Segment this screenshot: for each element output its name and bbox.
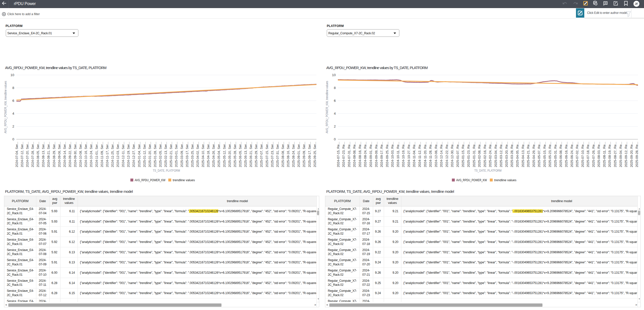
svg-text:2025-07-23, Ser...: 2025-07-23, Ser... [271, 142, 274, 167]
svg-text:2025-05-28, Ser...: 2025-05-28, Ser... [233, 142, 237, 167]
svg-text:2025-04-10, Ser...: 2025-04-10, Ser... [201, 142, 205, 167]
svg-text:2024-11-09, Ser...: 2024-11-09, Ser... [100, 142, 104, 167]
svg-text:2025-08-27, Re...: 2025-08-27, Re... [614, 142, 617, 167]
svg-text:2024-12-30, Re...: 2024-12-30, Re... [450, 142, 454, 167]
svg-text:AVG_RPDU_POWER_KW, trendline v: AVG_RPDU_POWER_KW, trendline values [4, 81, 7, 133]
svg-text:2025-04-21, Re...: 2025-04-21, Re... [527, 142, 530, 167]
svg-text:2024-11-28, Re...: 2024-11-28, Re... [429, 142, 432, 167]
svg-text:2025-05-07, Re...: 2025-05-07, Re... [537, 142, 541, 167]
svg-text:2024-09-30, Ser...: 2024-09-30, Ser... [74, 142, 77, 167]
svg-text:AVG_RPDU_POWER_KW: AVG_RPDU_POWER_KW [135, 178, 166, 182]
svg-text:2025-04-05, Re...: 2025-04-05, Re... [516, 142, 519, 167]
svg-text:2025-02-16, Re...: 2025-02-16, Re... [483, 142, 487, 167]
svg-text:2024-11-01, Ser...: 2024-11-01, Ser... [95, 142, 99, 167]
svg-text:2024-08-24, Re...: 2024-08-24, Re... [364, 142, 367, 167]
svg-text:2024-12-22, Re...: 2024-12-22, Re... [445, 142, 449, 167]
svg-text:2025-08-19, Re...: 2025-08-19, Re... [608, 142, 611, 167]
svg-text:4: 4 [334, 112, 336, 115]
svg-text:TS_DATE, PLATFORM: TS_DATE, PLATFORM [474, 169, 502, 172]
svg-text:2025-01-28, Ser...: 2025-01-28, Ser... [153, 142, 157, 167]
svg-text:8: 8 [12, 86, 14, 90]
svg-text:2024-11-17, Ser...: 2024-11-17, Ser... [106, 142, 109, 167]
svg-text:2025-06-13, Ser...: 2025-06-13, Ser... [244, 142, 247, 167]
svg-text:2025-01-04, Ser...: 2025-01-04, Ser... [138, 142, 141, 167]
svg-text:2024-08-13, Ser...: 2024-08-13, Ser... [42, 142, 45, 167]
svg-text:2025-04-02, Ser...: 2025-04-02, Ser... [196, 142, 200, 167]
svg-text:2024-09-25, Re...: 2024-09-25, Re... [385, 142, 389, 167]
svg-text:2025-05-15, Re...: 2025-05-15, Re... [543, 142, 546, 167]
svg-text:2025-01-31, Re...: 2025-01-31, Re... [472, 142, 476, 167]
svg-text:2025-02-24, Re...: 2025-02-24, Re... [489, 142, 492, 167]
svg-text:2024-07-31, Re...: 2024-07-31, Re... [347, 142, 351, 167]
svg-text:10: 10 [10, 73, 14, 77]
svg-text:2024-08-05, Ser...: 2024-08-05, Ser... [36, 142, 40, 167]
svg-text:0: 0 [334, 137, 336, 141]
svg-text:2024-12-14, Re...: 2024-12-14, Re... [440, 142, 443, 167]
svg-text:0: 0 [12, 137, 14, 141]
svg-text:2025-02-21, Ser...: 2025-02-21, Ser... [169, 142, 173, 167]
svg-text:4: 4 [12, 112, 14, 115]
svg-text:2024-11-12, Re...: 2024-11-12, Re... [418, 142, 422, 167]
svg-text:2024-11-04, Re...: 2024-11-04, Re... [412, 142, 416, 167]
svg-text:2025-08-24, Ser...: 2025-08-24, Ser... [292, 142, 295, 167]
svg-text:2025-06-29, Ser...: 2025-06-29, Ser... [254, 142, 258, 167]
svg-text:trendline values: trendline values [173, 178, 195, 182]
svg-text:2024-09-06, Ser...: 2024-09-06, Ser... [58, 142, 61, 167]
svg-text:2025-05-12, Ser...: 2025-05-12, Ser... [223, 142, 226, 167]
svg-text:2025-03-17, Ser...: 2025-03-17, Ser... [185, 142, 189, 167]
svg-text:2025-01-15, Re...: 2025-01-15, Re... [461, 142, 465, 167]
svg-text:2025-01-20, Ser...: 2025-01-20, Ser... [148, 142, 152, 167]
svg-text:2024-10-08, Ser...: 2024-10-08, Ser... [79, 142, 82, 167]
svg-text:2025-07-15, Ser...: 2025-07-15, Ser... [265, 142, 269, 167]
svg-text:2024-07-04, Ser...: 2024-07-04, Ser... [15, 142, 19, 167]
svg-text:2025-01-12, Ser...: 2025-01-12, Ser... [143, 142, 146, 167]
svg-text:2025-08-03, Re...: 2025-08-03, Re... [597, 142, 601, 167]
svg-text:2024-11-25, Ser...: 2024-11-25, Ser... [111, 142, 114, 167]
svg-text:2025-08-11, Re...: 2025-08-11, Re... [603, 142, 606, 167]
svg-text:2024-09-09, Re...: 2024-09-09, Re... [375, 142, 378, 167]
svg-text:2025-04-18, Ser...: 2025-04-18, Ser... [207, 142, 210, 167]
svg-text:2025-02-13, Ser...: 2025-02-13, Ser... [164, 142, 168, 167]
svg-text:2025-09-01, Ser...: 2025-09-01, Ser... [297, 142, 301, 167]
svg-text:2024-12-11, Ser...: 2024-12-11, Ser... [121, 142, 125, 167]
svg-text:2024-07-12, Ser...: 2024-07-12, Ser... [20, 142, 24, 167]
svg-text:2024-10-24, Ser...: 2024-10-24, Ser... [89, 142, 93, 167]
svg-text:2: 2 [334, 125, 336, 128]
svg-text:2025-03-09, Ser...: 2025-03-09, Ser... [180, 142, 184, 167]
svg-text:TS_DATE, PLATFORM: TS_DATE, PLATFORM [153, 169, 180, 172]
svg-text:2025-05-04, Ser...: 2025-05-04, Ser... [217, 142, 221, 167]
svg-text:2025-09-09, Ser...: 2025-09-09, Ser... [302, 142, 306, 167]
svg-text:2025-03-01, Ser...: 2025-03-01, Ser... [175, 142, 178, 167]
svg-text:2024-12-03, Ser...: 2024-12-03, Ser... [116, 142, 120, 167]
svg-text:2024-09-22, Ser...: 2024-09-22, Ser... [68, 142, 72, 167]
svg-text:2024-07-28, Ser...: 2024-07-28, Ser... [31, 142, 35, 167]
svg-text:2024-10-19, Re...: 2024-10-19, Re... [402, 142, 405, 167]
svg-text:2024-12-27, Ser...: 2024-12-27, Ser... [132, 142, 136, 167]
svg-text:AVG_RPDU_POWER_KW, trendline v: AVG_RPDU_POWER_KW, trendline values [325, 81, 329, 133]
svg-text:2025-07-02, Re...: 2025-07-02, Re... [575, 142, 579, 167]
svg-text:2024-08-29, Ser...: 2024-08-29, Ser... [52, 142, 56, 167]
svg-text:2025-01-07, Re...: 2025-01-07, Re... [456, 142, 460, 167]
svg-text:2025-09-20, Re...: 2025-09-20, Re... [630, 142, 633, 167]
svg-text:2025-06-21, Ser...: 2025-06-21, Ser... [249, 142, 253, 167]
svg-text:2024-10-03, Re...: 2024-10-03, Re... [391, 142, 394, 167]
svg-text:2025-02-08, Re...: 2025-02-08, Re... [478, 142, 481, 167]
svg-text:2024-08-21, Ser...: 2024-08-21, Ser... [47, 142, 50, 167]
svg-text:2025-04-29, Re...: 2025-04-29, Re... [532, 142, 536, 167]
svg-text:2025-09-12, Re...: 2025-09-12, Re... [624, 142, 628, 167]
svg-text:2024-09-17, Re...: 2024-09-17, Re... [380, 142, 383, 167]
svg-text:AVG_RPDU_POWER_KW: AVG_RPDU_POWER_KW [456, 178, 487, 182]
svg-text:2024-10-27, Re...: 2024-10-27, Re... [407, 142, 411, 167]
svg-text:2024-07-15, Re...: 2024-07-15, Re... [337, 142, 340, 167]
svg-text:2024-12-19, Ser...: 2024-12-19, Ser... [127, 142, 130, 167]
svg-text:2025-09-04, Re...: 2025-09-04, Re... [619, 142, 623, 167]
svg-text:2024-08-16, Re...: 2024-08-16, Re... [358, 142, 362, 167]
svg-text:2024-08-08, Re...: 2024-08-08, Re... [353, 142, 356, 167]
svg-text:2025-01-23, Re...: 2025-01-23, Re... [467, 142, 470, 167]
svg-text:2025-06-16, Re...: 2025-06-16, Re... [565, 142, 568, 167]
svg-text:2025-03-12, Re...: 2025-03-12, Re... [499, 142, 503, 167]
svg-text:2024-09-14, Ser...: 2024-09-14, Ser... [63, 142, 67, 167]
svg-text:2025-08-08, Ser...: 2025-08-08, Ser... [281, 142, 285, 167]
svg-text:2025-05-20, Ser...: 2025-05-20, Ser... [228, 142, 232, 167]
svg-text:10: 10 [332, 73, 336, 77]
